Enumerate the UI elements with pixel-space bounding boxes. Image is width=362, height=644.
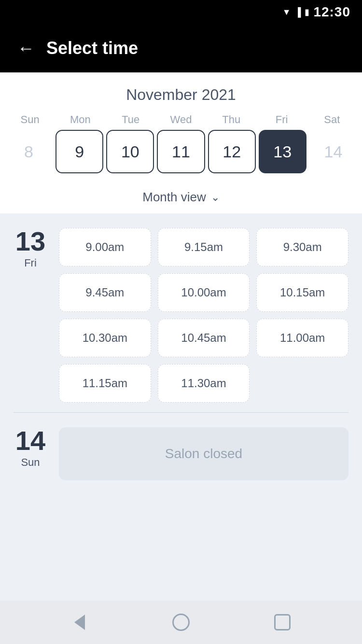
nav-back-button[interactable] [68, 610, 92, 634]
day-header-tue: Tue [106, 113, 156, 126]
month-view-toggle[interactable]: Month view ⌄ [0, 183, 362, 213]
date-cell-9[interactable]: 9 [56, 130, 103, 173]
day-header-sun: Sun [5, 113, 55, 126]
bottom-nav [0, 601, 362, 644]
nav-recents-button[interactable] [270, 610, 294, 634]
day-13-name: Fri [24, 257, 37, 269]
day-14-name: Sun [21, 456, 40, 469]
date-cell-8[interactable]: 8 [5, 130, 53, 173]
day-14-section: 14 Sun Salon closed [0, 413, 362, 490]
back-button[interactable]: ← [17, 38, 35, 58]
status-time: 12:30 [313, 4, 350, 20]
date-cell-10[interactable]: 10 [106, 130, 154, 173]
slot-1115am[interactable]: 11.15am [59, 364, 151, 403]
slot-945am[interactable]: 9.45am [59, 273, 151, 312]
day-headers: Sun Mon Tue Wed Thu Fri Sat [0, 113, 362, 126]
recents-nav-icon [274, 614, 291, 630]
slot-930am[interactable]: 9.30am [256, 228, 348, 266]
signal-icon: ▐ [295, 7, 301, 17]
month-view-label: Month view [142, 190, 206, 205]
header: ← Select time [0, 24, 362, 72]
slot-1015am[interactable]: 10.15am [256, 273, 348, 312]
day-13-label: 13 Fri [14, 228, 47, 269]
timeslots-area: 13 Fri 9.00am 9.15am 9.30am 9.45am 10.00… [0, 213, 362, 601]
day-header-mon: Mon [55, 113, 105, 126]
slot-900am[interactable]: 9.00am [59, 228, 151, 266]
calendar-section: November 2021 Sun Mon Tue Wed Thu Fri Sa… [0, 72, 362, 213]
date-row: 8 9 10 11 12 13 14 [0, 130, 362, 183]
slot-1000am[interactable]: 10.00am [158, 273, 250, 312]
day-13-section: 13 Fri 9.00am 9.15am 9.30am 9.45am 10.00… [0, 213, 362, 412]
day-header-wed: Wed [156, 113, 206, 126]
chevron-down-icon: ⌄ [211, 191, 220, 204]
day-header-sat: Sat [307, 113, 357, 126]
day-header-thu: Thu [206, 113, 256, 126]
day-header-fri: Fri [256, 113, 306, 126]
slot-1100am[interactable]: 11.00am [256, 319, 348, 357]
back-nav-icon [74, 615, 85, 630]
wifi-icon: ▼ [282, 7, 291, 17]
date-cell-11[interactable]: 11 [157, 130, 205, 173]
day-14-number: 14 [15, 427, 45, 454]
time-grid-13: 9.00am 9.15am 9.30am 9.45am 10.00am 10.1… [59, 228, 348, 403]
day-13-number: 13 [15, 228, 45, 255]
home-nav-icon [172, 614, 190, 631]
salon-closed-text: Salon closed [165, 446, 242, 462]
battery-icon: ▮ [305, 7, 309, 17]
slot-1045am[interactable]: 10.45am [158, 319, 250, 357]
date-cell-14[interactable]: 14 [309, 130, 357, 173]
day-14-label: 14 Sun [14, 427, 47, 469]
nav-home-button[interactable] [169, 610, 193, 634]
date-cell-13[interactable]: 13 [259, 130, 306, 173]
page-title: Select time [46, 38, 138, 58]
salon-closed-box: Salon closed [59, 427, 348, 480]
calendar-month-year: November 2021 [0, 86, 362, 104]
slot-1030am[interactable]: 10.30am [59, 319, 151, 357]
date-cell-12[interactable]: 12 [208, 130, 256, 173]
slot-915am[interactable]: 9.15am [158, 228, 250, 266]
slot-1130am[interactable]: 11.30am [158, 364, 250, 403]
status-bar: ▼ ▐ ▮ 12:30 [0, 0, 362, 24]
status-icons: ▼ ▐ ▮ 12:30 [282, 4, 350, 20]
